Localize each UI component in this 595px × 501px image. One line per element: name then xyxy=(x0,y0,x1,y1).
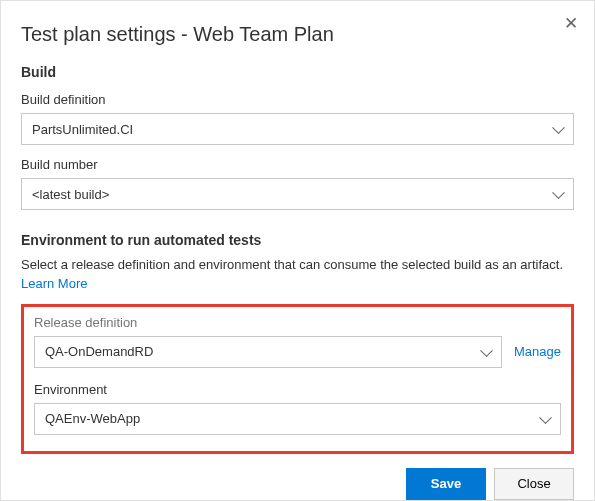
environment-select[interactable]: QAEnv-WebApp xyxy=(34,403,561,435)
close-icon[interactable]: ✕ xyxy=(564,15,578,32)
build-definition-value: PartsUnlimited.CI xyxy=(32,122,133,137)
environment-helper-text: Select a release definition and environm… xyxy=(21,257,563,272)
environment-field-label: Environment xyxy=(34,382,561,397)
close-button[interactable]: Close xyxy=(494,468,574,500)
settings-dialog: ✕ Test plan settings - Web Team Plan Bui… xyxy=(1,1,594,500)
release-definition-label: Release definition xyxy=(34,315,561,330)
manage-link[interactable]: Manage xyxy=(514,344,561,359)
environment-value: QAEnv-WebApp xyxy=(45,411,140,426)
build-definition-label: Build definition xyxy=(21,92,574,107)
learn-more-link[interactable]: Learn More xyxy=(21,276,87,291)
release-definition-select[interactable]: QA-OnDemandRD xyxy=(34,336,502,368)
build-number-select[interactable]: <latest build> xyxy=(21,178,574,210)
environment-heading: Environment to run automated tests xyxy=(21,232,574,248)
dialog-title: Test plan settings - Web Team Plan xyxy=(21,23,574,46)
build-number-label: Build number xyxy=(21,157,574,172)
release-definition-value: QA-OnDemandRD xyxy=(45,344,153,359)
dialog-footer: Save Close xyxy=(21,468,574,500)
build-heading: Build xyxy=(21,64,574,80)
environment-section: Environment to run automated tests Selec… xyxy=(21,232,574,454)
build-number-value: <latest build> xyxy=(32,187,109,202)
build-section: Build Build definition PartsUnlimited.CI… xyxy=(21,64,574,210)
environment-helper: Select a release definition and environm… xyxy=(21,256,574,294)
highlight-box: Release definition QA-OnDemandRD Manage … xyxy=(21,304,574,454)
save-button[interactable]: Save xyxy=(406,468,486,500)
build-definition-select[interactable]: PartsUnlimited.CI xyxy=(21,113,574,145)
